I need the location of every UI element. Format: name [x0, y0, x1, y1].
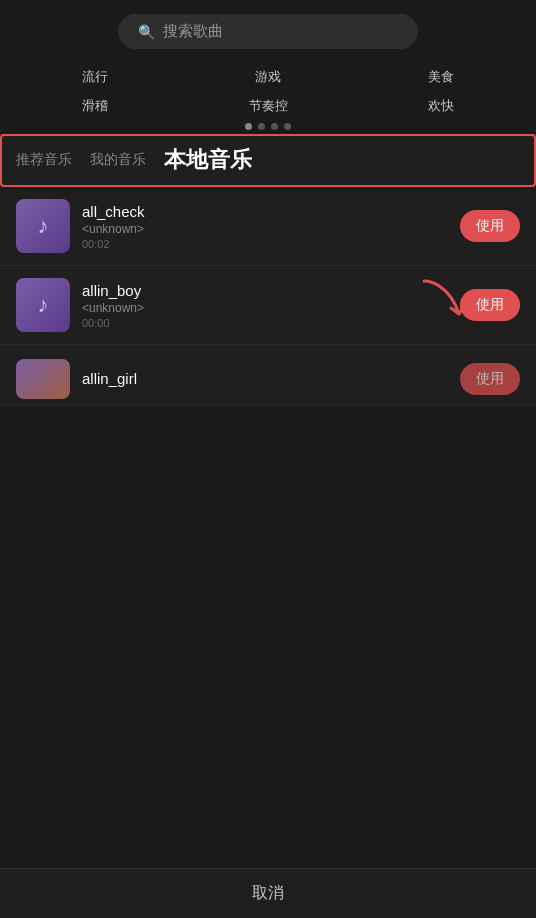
tabs: 推荐音乐 我的音乐 本地音乐	[0, 134, 536, 187]
song-list: ♪ all_check <unknown> 00:02 使用 ♪ allin_b…	[0, 187, 536, 406]
song-info-all-check: all_check <unknown> 00:02	[82, 203, 460, 250]
dot-3	[271, 123, 278, 130]
genre-item-fashion[interactable]: 流行 FASHION 流行	[14, 63, 177, 86]
tab-recommend[interactable]: 推荐音乐	[16, 151, 72, 171]
genre-label-happy: 欢快	[359, 97, 522, 115]
song-duration-all-check: 00:02	[82, 238, 460, 250]
search-bar: 🔍 搜索歌曲	[0, 0, 536, 59]
genre-item-food[interactable]: 美食 FOOD 美食	[359, 63, 522, 86]
song-thumb-allin-boy: ♪	[16, 278, 70, 332]
genre-label-fashion: 流行	[14, 68, 177, 86]
genre-label-rock: 节奏控	[187, 97, 350, 115]
song-info-allin-girl: allin_girl	[82, 370, 460, 389]
song-title-allin-boy: allin_boy	[82, 282, 460, 299]
tab-local[interactable]: 本地音乐	[164, 145, 252, 177]
song-thumb-all-check: ♪	[16, 199, 70, 253]
dot-2	[258, 123, 265, 130]
genre-item-rock[interactable]: 节奏控 ROCK 节奏控	[187, 92, 350, 115]
use-button-allin-girl[interactable]: 使用	[460, 363, 520, 395]
genre-row-1: 流行 FASHION 流行 游戏 GAME 游戏 美食 FOOD	[14, 63, 522, 86]
genre-label-funny: 滑稽	[14, 97, 177, 115]
pagination-dots	[0, 123, 536, 130]
genre-label-food: 美食	[359, 68, 522, 86]
song-title-all-check: all_check	[82, 203, 460, 220]
song-artist-all-check: <unknown>	[82, 222, 460, 236]
search-input-wrap[interactable]: 🔍 搜索歌曲	[118, 14, 418, 49]
music-note-icon: ♪	[38, 213, 49, 239]
genre-item-funny[interactable]: 滑稽 FUNNY 滑稽	[14, 92, 177, 115]
use-button-all-check[interactable]: 使用	[460, 210, 520, 242]
arrow-annotation	[419, 276, 474, 326]
song-artist-allin-boy: <unknown>	[82, 301, 460, 315]
search-icon: 🔍	[138, 24, 155, 40]
tabs-wrapper: 推荐音乐 我的音乐 本地音乐	[0, 134, 536, 187]
song-item-allin-boy: ♪ allin_boy <unknown> 00:00 使用	[0, 266, 536, 345]
song-title-allin-girl: allin_girl	[82, 370, 460, 387]
search-placeholder: 搜索歌曲	[163, 22, 223, 41]
song-item-allin-girl: allin_girl 使用	[0, 345, 536, 406]
cancel-bar[interactable]: 取消	[0, 868, 536, 918]
genre-item-game[interactable]: 游戏 GAME 游戏	[187, 63, 350, 86]
tab-my[interactable]: 我的音乐	[90, 151, 146, 171]
song-item-all-check: ♪ all_check <unknown> 00:02 使用	[0, 187, 536, 266]
genre-item-happy[interactable]: 欢快 HAPPY 欢快	[359, 92, 522, 115]
music-note-icon-2: ♪	[38, 292, 49, 318]
song-duration-allin-boy: 00:00	[82, 317, 460, 329]
cancel-text[interactable]: 取消	[252, 883, 284, 904]
genre-row-2: 滑稽 FUNNY 滑稽 节奏控 ROCK 节奏控 欢快 HAPPY	[14, 92, 522, 115]
genre-label-game: 游戏	[187, 68, 350, 86]
dot-1	[245, 123, 252, 130]
genre-grid: 流行 FASHION 流行 游戏 GAME 游戏 美食 FOOD	[0, 59, 536, 115]
song-thumb-allin-girl	[16, 359, 70, 399]
song-info-allin-boy: allin_boy <unknown> 00:00	[82, 282, 460, 329]
dot-4	[284, 123, 291, 130]
